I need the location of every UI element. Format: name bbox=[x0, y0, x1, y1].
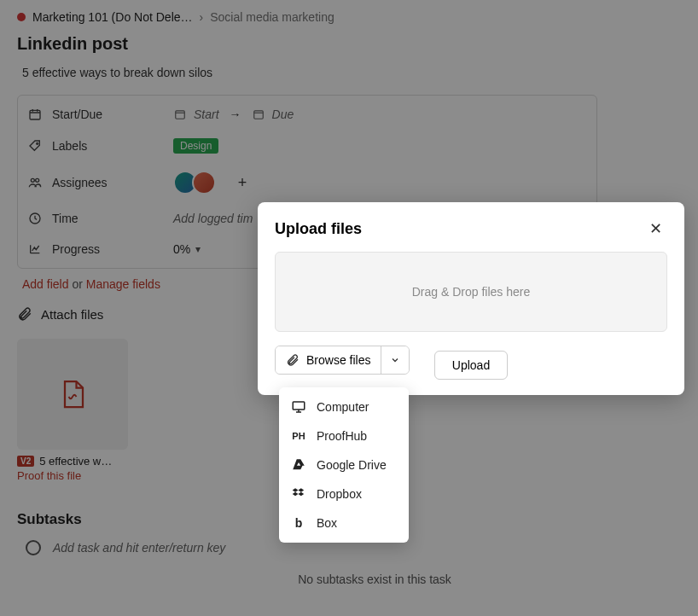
dropzone-text: Drag & Drop files here bbox=[412, 285, 531, 299]
box-icon: b bbox=[291, 515, 306, 531]
google-drive-icon bbox=[291, 457, 306, 473]
menu-item-label: Google Drive bbox=[317, 458, 387, 472]
menu-item-label: ProofHub bbox=[317, 429, 367, 443]
upload-files-modal: Upload files ✕ Drag & Drop files here Br… bbox=[258, 202, 684, 395]
upload-button[interactable]: Upload bbox=[434, 351, 508, 380]
menu-item-computer[interactable]: Computer bbox=[279, 392, 409, 421]
menu-item-dropbox[interactable]: Dropbox bbox=[279, 479, 409, 508]
proofhub-icon: PH bbox=[291, 428, 306, 444]
svg-rect-7 bbox=[293, 402, 305, 410]
browse-source-menu: Computer PH ProofHub Google Drive Dropbo… bbox=[279, 387, 409, 543]
menu-item-label: Dropbox bbox=[317, 487, 362, 501]
dropzone[interactable]: Drag & Drop files here bbox=[275, 252, 667, 332]
menu-item-box[interactable]: b Box bbox=[279, 508, 409, 538]
close-icon[interactable]: ✕ bbox=[644, 218, 667, 240]
computer-icon bbox=[291, 399, 306, 415]
menu-item-label: Box bbox=[317, 516, 337, 530]
modal-title: Upload files bbox=[275, 220, 362, 238]
dropbox-icon bbox=[291, 486, 306, 502]
menu-item-proofhub[interactable]: PH ProofHub bbox=[279, 421, 409, 450]
menu-item-label: Computer bbox=[317, 400, 369, 414]
menu-item-google-drive[interactable]: Google Drive bbox=[279, 450, 409, 479]
